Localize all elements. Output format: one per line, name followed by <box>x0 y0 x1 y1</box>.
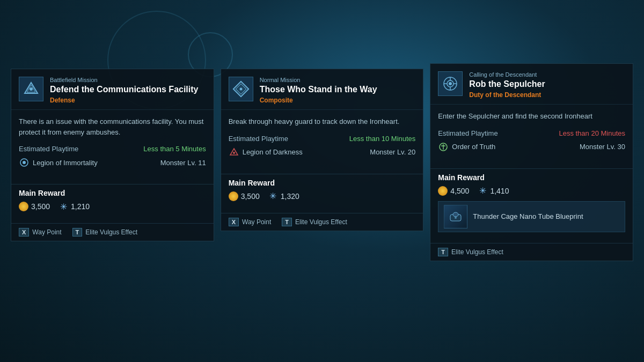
waypoint-key-2: X <box>229 218 239 226</box>
mission-tag-1: Defense <box>50 97 206 104</box>
mission-card-2: Normal Mission Those Who Stand in the Wa… <box>221 69 424 231</box>
waypoint-key-1: X <box>19 228 29 237</box>
waypoint-btn-2[interactable]: X Way Point <box>229 218 272 226</box>
playtime-label-1: Estimated Playtime <box>19 145 78 153</box>
playtime-row-2: Estimated Playtime Less than 10 Minutes <box>229 135 416 143</box>
mission-icon-3 <box>438 71 463 96</box>
elite-key-3: T <box>438 248 448 256</box>
gold-amount-2: 3,500 <box>241 192 260 201</box>
mission-name-2: Those Who Stand in the Way <box>260 84 416 94</box>
elite-btn-2[interactable]: T Elite Vulgus Effect <box>282 218 347 226</box>
faction-left-1: Legion of Immortality <box>19 157 98 168</box>
elite-btn-1[interactable]: T Elite Vulgus Effect <box>72 228 137 237</box>
crystal-amount-2: 1,320 <box>281 192 299 201</box>
gold-reward-1: 3,500 <box>19 202 50 211</box>
gold-amount-3: 4,500 <box>450 187 469 195</box>
reward-item-thumbnail-3 <box>444 205 467 228</box>
reward-item-box-3: Thunder Cage Nano Tube Blueprint <box>438 201 625 232</box>
card-footer-3: T Elite Vulgus Effect <box>430 243 633 261</box>
crystal-amount-1: 1,210 <box>71 202 90 211</box>
playtime-row-3: Estimated Playtime Less than 20 Minutes <box>438 129 625 137</box>
card-title-area-2: Normal Mission Those Who Stand in the Wa… <box>260 77 416 104</box>
card-footer-2: X Way Point T Elite Vulgus Effect <box>221 213 423 231</box>
reward-title-3: Main Reward <box>438 173 625 182</box>
mission-icon-1 <box>19 77 43 101</box>
card-header-2: Normal Mission Those Who Stand in the Wa… <box>221 69 423 110</box>
card-body-1: There is an issue with the communication… <box>11 110 214 180</box>
cards-container: Battlefield Mission Defend the Communica… <box>0 0 644 272</box>
svg-point-7 <box>239 88 242 91</box>
reward-section-3: Main Reward 4,500 ✳ 1,410 <box>430 173 633 243</box>
faction-level-2: Monster Lv. 20 <box>370 148 415 156</box>
crystal-icon-1: ✳ <box>58 202 68 211</box>
reward-item-name-3: Thunder Cage Nano Tube Blueprint <box>473 212 583 220</box>
elite-label-1: Elite Vulgus Effect <box>85 228 137 236</box>
faction-row-3: Order of Truth Monster Lv. 30 <box>438 142 625 152</box>
elite-btn-3[interactable]: T Elite Vulgus Effect <box>438 248 503 256</box>
reward-currency-3: 4,500 ✳ 1,410 <box>438 186 625 196</box>
crystal-reward-1: ✳ 1,210 <box>58 202 90 211</box>
reward-currency-1: 3,500 ✳ 1,210 <box>19 202 206 211</box>
card-body-3: Enter the Sepulcher and find the second … <box>430 105 633 164</box>
reward-title-2: Main Reward <box>229 179 416 187</box>
mission-icon-2 <box>229 77 253 101</box>
divider-2 <box>221 174 423 174</box>
svg-point-12 <box>449 82 452 85</box>
playtime-value-2: Less than 10 Minutes <box>349 135 416 143</box>
faction-row-2: Legion of Darkness Monster Lv. 20 <box>229 147 416 158</box>
svg-point-4 <box>23 161 26 164</box>
divider-1 <box>11 184 214 184</box>
waypoint-btn-1[interactable]: X Way Point <box>19 228 62 237</box>
crystal-reward-2: ✳ 1,320 <box>268 191 299 201</box>
crystal-reward-3: ✳ 1,410 <box>478 186 509 196</box>
faction-left-2: Legion of Darkness <box>229 147 303 158</box>
elite-key-1: T <box>72 228 83 237</box>
mission-name-1: Defend the Communications Facility <box>50 84 206 94</box>
crystal-icon-3: ✳ <box>478 186 487 196</box>
gold-reward-3: 4,500 <box>438 186 469 196</box>
svg-point-2 <box>30 87 33 91</box>
crystal-amount-3: 1,410 <box>490 187 509 195</box>
card-body-2: Break through heavy guard to track down … <box>221 110 423 169</box>
card-title-area-3: Calling of the Descendant Rob the Sepulc… <box>469 71 625 99</box>
svg-point-20 <box>455 217 457 219</box>
elite-key-2: T <box>282 218 292 226</box>
reward-section-1: Main Reward 3,500 ✳ 1,210 <box>11 189 214 223</box>
divider-3 <box>430 168 633 169</box>
mission-card-1: Battlefield Mission Defend the Communica… <box>11 69 214 241</box>
playtime-label-3: Estimated Playtime <box>438 129 497 137</box>
svg-point-19 <box>453 212 458 217</box>
playtime-label-2: Estimated Playtime <box>229 135 288 143</box>
svg-point-9 <box>233 152 235 154</box>
card-title-area-1: Battlefield Mission Defend the Communica… <box>50 77 206 104</box>
faction-name-2: Legion of Darkness <box>243 148 303 156</box>
faction-row-1: Legion of Immortality Monster Lv. 11 <box>19 157 206 168</box>
gold-amount-1: 3,500 <box>31 202 50 211</box>
faction-left-3: Order of Truth <box>438 142 495 152</box>
faction-icon-3 <box>438 142 449 152</box>
reward-currency-2: 3,500 ✳ 1,320 <box>229 191 416 201</box>
elite-label-2: Elite Vulgus Effect <box>295 218 347 226</box>
mission-type-2: Normal Mission <box>260 77 416 83</box>
gold-reward-2: 3,500 <box>229 191 260 201</box>
gold-icon-3 <box>438 186 448 196</box>
gold-icon-1 <box>19 202 28 211</box>
faction-level-1: Monster Lv. 11 <box>160 159 206 167</box>
faction-icon-1 <box>19 157 30 168</box>
mission-type-1: Battlefield Mission <box>50 77 206 83</box>
reward-title-1: Main Reward <box>19 189 206 197</box>
card-footer-1: X Way Point T Elite Vulgus Effect <box>11 223 214 241</box>
reward-section-2: Main Reward 3,500 ✳ 1,320 <box>221 179 423 213</box>
card-header-1: Battlefield Mission Defend the Communica… <box>11 69 214 110</box>
elite-label-3: Elite Vulgus Effect <box>451 248 503 256</box>
mission-description-2: Break through heavy guard to track down … <box>229 116 416 127</box>
mission-name-3: Rob the Sepulcher <box>469 79 625 89</box>
faction-name-3: Order of Truth <box>452 143 495 151</box>
faction-icon-2 <box>229 147 239 158</box>
mission-card-3: Calling of the Descendant Rob the Sepulc… <box>430 63 633 261</box>
faction-name-1: Legion of Immortality <box>33 159 98 167</box>
card-header-3: Calling of the Descendant Rob the Sepulc… <box>430 64 633 105</box>
mission-type-3: Calling of the Descendant <box>469 71 625 78</box>
playtime-value-3: Less than 20 Minutes <box>559 129 625 137</box>
mission-description-3: Enter the Sepulcher and find the second … <box>438 111 625 122</box>
